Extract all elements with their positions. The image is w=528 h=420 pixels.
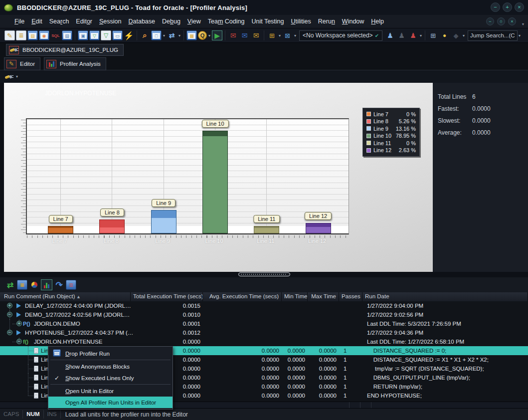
menu-database[interactable]: Database bbox=[125, 18, 159, 25]
collapse-icon[interactable]: − bbox=[7, 330, 12, 335]
menu-file[interactable]: File bbox=[11, 18, 28, 25]
titlebar: BBODDICKER@AZURE_19C_PLUG - Toad for Ora… bbox=[0, 0, 528, 15]
minimize-button[interactable]: − bbox=[491, 2, 500, 12]
grid-view-icon[interactable]: ▦ bbox=[17, 280, 27, 290]
execute-icon[interactable]: ⚡ bbox=[124, 30, 134, 40]
user-files-icon[interactable]: ♟ bbox=[385, 30, 395, 40]
flask-icon[interactable]: ▽ bbox=[101, 30, 111, 40]
grid-row[interactable]: −HYPOTENUSE_1/27/2022 4:04:37 PM (…0.001… bbox=[0, 328, 528, 337]
tab-profiler-analysis[interactable]: Profiler Analysis bbox=[44, 57, 106, 70]
plsql-search-icon[interactable]: Q bbox=[198, 31, 207, 40]
workspace-save-icon-dropdown[interactable]: ▾ bbox=[279, 33, 281, 38]
menu-debug[interactable]: Debug bbox=[159, 18, 184, 25]
mdi-minimize-button[interactable]: − bbox=[486, 17, 494, 25]
sql-monitor-icon[interactable]: SQL bbox=[50, 30, 61, 40]
find-objects-icon[interactable]: ⌕ bbox=[140, 30, 150, 40]
collapse-icon[interactable]: − bbox=[16, 339, 22, 344]
describe-objects-icon[interactable]: ≣ bbox=[16, 30, 26, 40]
training-icon-dropdown[interactable]: ▾ bbox=[463, 33, 465, 38]
run-profiler-icon[interactable]: ▶ bbox=[212, 30, 222, 40]
column-header-2[interactable]: Total Execution Time (secs) bbox=[131, 292, 203, 301]
jump-search-input[interactable]: Jump Search...(C bbox=[468, 30, 518, 41]
menu-unit-testing[interactable]: Unit Testing bbox=[248, 18, 287, 25]
new-window-icon[interactable]: □ bbox=[151, 30, 162, 40]
column-header-3[interactable]: Avg. Execution Time (secs) bbox=[203, 292, 282, 301]
grid-row[interactable]: +DELAY_1/27/2022 4:04:00 PM (JDORL…0.001… bbox=[0, 301, 528, 310]
session-browser-icon[interactable]: ◉ bbox=[39, 30, 49, 40]
maximize-button[interactable]: + bbox=[503, 2, 512, 12]
passes-cell: 1 bbox=[339, 382, 362, 391]
splitter-grip[interactable] bbox=[238, 272, 290, 276]
menu-team-coding[interactable]: Team Coding bbox=[204, 18, 248, 25]
switch-window-icon-dropdown[interactable]: ▾ bbox=[178, 33, 180, 38]
column-header-1[interactable]: Run Comment (Run Object) ▲ bbox=[0, 292, 131, 301]
calculator-icon[interactable]: ⊞ bbox=[428, 30, 438, 40]
column-header-4[interactable]: Min Time bbox=[282, 292, 308, 301]
switch-window-icon[interactable]: ⇄ bbox=[167, 30, 177, 40]
expand-icon[interactable]: + bbox=[16, 321, 22, 326]
menu-edit[interactable]: Edit bbox=[28, 18, 46, 25]
export-icon[interactable]: ✉ bbox=[239, 30, 250, 40]
refresh-icon[interactable]: ⇄ bbox=[4, 279, 16, 290]
menu-utilities[interactable]: Utilities bbox=[288, 18, 315, 25]
messages-icon[interactable]: ● bbox=[439, 30, 450, 40]
collapse-icon[interactable]: − bbox=[7, 312, 12, 317]
menu-editor[interactable]: Editor bbox=[72, 18, 96, 25]
grid-row[interactable]: −f()JDORLON.HYPOTENUSE0.0000Last DDL Tim… bbox=[0, 337, 528, 346]
menu-item-show-executed-lines-only[interactable]: ✓Show Executed Lines Only bbox=[48, 372, 173, 384]
menubar-overflow-icon[interactable]: ▾ bbox=[522, 22, 524, 26]
menu-search[interactable]: Search bbox=[46, 18, 73, 25]
tab-editor[interactable]: ✎ Editor bbox=[4, 57, 40, 70]
menu-rerun[interactable]: Rerun bbox=[315, 18, 339, 25]
menu-item-drop-profiler-run[interactable]: Drop Profiler Run bbox=[48, 348, 173, 359]
connection-selector-dropdown-icon[interactable]: ▾ bbox=[16, 74, 18, 79]
menu-help[interactable]: Help bbox=[367, 18, 387, 25]
run-object-label: DELAY_1/27/2022 4:04:00 PM (JDORL… bbox=[25, 301, 131, 310]
menu-item-open-unit-in-editor[interactable]: Open Unit in Editor bbox=[48, 385, 173, 397]
plsql-search-icon-dropdown[interactable]: ▾ bbox=[208, 33, 210, 38]
archive-icon[interactable]: ✉ bbox=[251, 30, 261, 40]
menu-session[interactable]: Session bbox=[96, 18, 125, 25]
report-icon[interactable]: ▥ bbox=[66, 280, 76, 290]
project-manager-icon[interactable]: ▣ bbox=[78, 30, 88, 40]
max-cell: 0.0000 bbox=[308, 373, 339, 382]
menu-window[interactable]: Window bbox=[339, 18, 367, 25]
mdi-restore-button[interactable]: ○ bbox=[497, 17, 505, 25]
expand-icon[interactable]: + bbox=[7, 303, 12, 308]
jump-search-dropdown-icon[interactable]: ▾ bbox=[519, 33, 521, 38]
connection-tab[interactable]: BBODDICKER@AZURE_19C_PLUG bbox=[6, 44, 124, 56]
grid-row[interactable]: +P()JDORLON.DEMO0.0001Last DDL Time: 5/3… bbox=[0, 319, 528, 328]
menu-item-open-all-profiler-run-units-in-editor[interactable]: Open All Profiler Run Units in Editor bbox=[48, 397, 173, 408]
bar-chart-view-icon[interactable] bbox=[41, 279, 52, 290]
rerun-run-icon[interactable]: ↷ bbox=[53, 279, 65, 290]
column-header-7[interactable]: Run Date bbox=[362, 292, 528, 301]
workspace-close-icon-dropdown[interactable]: ▾ bbox=[294, 33, 296, 38]
user-remove-icon-dropdown[interactable]: ▾ bbox=[420, 33, 422, 38]
code-review-icon[interactable]: ▭ bbox=[112, 30, 123, 40]
team-coding-window-icon[interactable]: ▦ bbox=[186, 30, 197, 40]
workspace-select[interactable]: <No Workspace selected>✔ bbox=[299, 30, 382, 41]
pie-chart-icon[interactable] bbox=[28, 279, 40, 290]
document-tab-bar: ✎ Editor Profiler Analysis bbox=[0, 56, 528, 70]
menu-view[interactable]: View bbox=[184, 18, 204, 25]
new-window-icon-dropdown[interactable]: ▾ bbox=[163, 33, 165, 38]
user-remove-icon[interactable]: ♟ bbox=[408, 30, 418, 40]
grid-row[interactable]: −DEMO_1/27/2022 4:02:56 PM (JDORL…0.0010… bbox=[0, 310, 528, 319]
training-icon[interactable]: ◆ bbox=[451, 30, 461, 40]
column-header-5[interactable]: Max Time bbox=[308, 292, 339, 301]
open-editor-icon[interactable]: ✎ bbox=[4, 30, 15, 40]
connection-selector-icon[interactable] bbox=[5, 74, 13, 79]
import-icon[interactable]: ✉ bbox=[228, 30, 238, 40]
schema-browser-icon[interactable]: ▤ bbox=[27, 30, 38, 40]
column-header-6[interactable]: Passes bbox=[339, 292, 362, 301]
script-manager-icon[interactable]: ▤ bbox=[62, 30, 72, 40]
user-inactive-icon[interactable]: ♟ bbox=[396, 30, 407, 40]
mdi-close-button[interactable]: × bbox=[508, 17, 516, 25]
menu-item-show-anonymous-blocks[interactable]: Show Anonymous Blocks bbox=[48, 361, 173, 372]
unit-test-icon[interactable]: ▽ bbox=[89, 30, 100, 40]
workspace-save-icon[interactable]: ⊞ bbox=[267, 30, 277, 40]
toolbar-separator bbox=[425, 30, 425, 40]
close-button[interactable]: × bbox=[515, 2, 524, 12]
rundate-cell: Last DDL Time: 5/3/2021 7:26:59 PM bbox=[362, 319, 528, 328]
workspace-close-icon[interactable]: ⊠ bbox=[282, 30, 293, 40]
